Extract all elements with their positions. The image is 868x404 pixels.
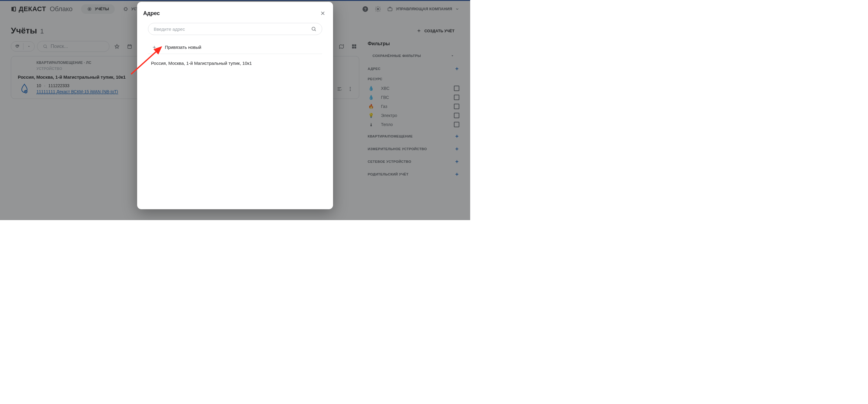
address-search-field[interactable] [154,27,307,32]
add-new-address[interactable]: ＋ Привязать новый [148,40,322,54]
search-icon [311,26,316,32]
modal-title: Адрес [143,10,160,17]
svg-point-20 [312,27,315,30]
address-search-input[interactable] [148,23,322,35]
plus-icon: ＋ [151,43,158,51]
add-new-label: Привязать новый [165,44,201,50]
address-modal: Адрес ＋ Привязать новый Россия, Москва, … [137,2,333,209]
address-result[interactable]: Россия, Москва, 1-й Магистральный тупик,… [148,58,322,68]
close-icon[interactable] [318,9,327,18]
